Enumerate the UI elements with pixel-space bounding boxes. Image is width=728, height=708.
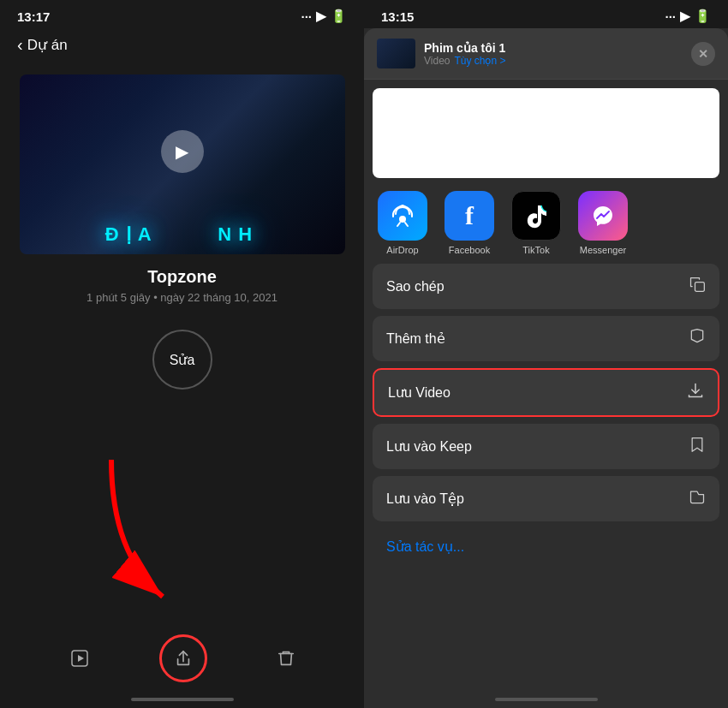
right-status-icons: ··· ▶ 🔋	[665, 9, 711, 24]
tiktok-icon-bg	[511, 191, 561, 241]
sao-chep-label: Sao chép	[386, 279, 445, 295]
facebook-label: Facebook	[449, 245, 490, 255]
share-sheet-header: Phim của tôi 1 Video Tùy chọn > ✕	[364, 28, 728, 80]
video-thumb-small	[377, 39, 415, 68]
menu-item-luu-video[interactable]: Lưu Video	[373, 368, 719, 417]
right-phone-screen: 13:15 ··· ▶ 🔋 Phim của tôi 1 Video Tùy c…	[364, 0, 728, 708]
menu-item-luu-keep[interactable]: Lưu vào Keep	[373, 424, 719, 469]
menu-section-5: Lưu vào Tệp	[373, 476, 719, 521]
edit-actions-link[interactable]: Sửa tác vụ...	[373, 528, 719, 565]
menu-item-luu-tep[interactable]: Lưu vào Tệp	[373, 476, 719, 521]
sao-chep-icon	[689, 276, 706, 297]
back-arrow-icon: ‹	[17, 35, 23, 55]
red-arrow-annotation	[86, 451, 188, 622]
luu-keep-icon	[689, 436, 706, 457]
share-button[interactable]	[159, 634, 207, 682]
app-icon-tiktok[interactable]: TikTok	[506, 191, 566, 255]
right-status-bar: 13:15 ··· ▶ 🔋	[364, 0, 728, 28]
edit-actions-text: Sửa tác vụ...	[386, 539, 464, 554]
video-options-link[interactable]: Tùy chọn >	[454, 55, 505, 67]
svg-line-5	[405, 223, 408, 226]
play-icon[interactable]	[69, 648, 90, 669]
video-type-row: Video Tùy chọn >	[424, 55, 683, 67]
tiktok-label: TikTok	[522, 245, 549, 255]
facebook-icon-bg: f	[445, 191, 494, 241]
left-time: 13:17	[17, 9, 50, 24]
menu-section-3: Lưu Video	[373, 368, 719, 417]
left-status-icons: ··· ▶ 🔋	[301, 9, 347, 24]
back-label: Dự án	[27, 36, 68, 54]
home-indicator-left	[131, 698, 234, 701]
airdrop-label: AirDrop	[386, 245, 418, 255]
video-type-label: Video	[424, 55, 450, 67]
app-icon-airdrop[interactable]: AirDrop	[373, 191, 433, 255]
home-indicator-right	[495, 698, 598, 701]
back-navigation[interactable]: ‹ Dự án	[0, 28, 364, 62]
project-title: Topzone	[17, 267, 347, 287]
video-name: Phim của tôi 1	[424, 41, 683, 55]
right-time: 13:15	[381, 9, 414, 24]
close-button[interactable]: ✕	[691, 42, 715, 66]
menu-item-sao-chep[interactable]: Sao chép	[373, 264, 719, 309]
video-thumbnail[interactable]: ▶ ĐỊA NH	[20, 74, 345, 254]
video-title-overlay: ĐỊA NH	[105, 223, 259, 246]
luu-tep-label: Lưu vào Tệp	[386, 491, 464, 507]
delete-icon[interactable]	[277, 649, 295, 668]
project-info: Topzone 1 phút 5 giây • ngày 22 tháng 10…	[0, 267, 364, 321]
airdrop-icon-bg	[378, 191, 427, 241]
menu-section-1: Sao chép	[373, 264, 719, 309]
menu-list: Sao chép Thêm thẻ	[364, 264, 728, 691]
messenger-icon-bg	[578, 191, 628, 241]
messenger-label: Messenger	[580, 245, 626, 255]
app-icon-messenger[interactable]: Messenger	[573, 191, 633, 255]
edit-label: Sửa	[170, 352, 195, 368]
svg-line-4	[397, 223, 400, 226]
menu-item-them-the[interactable]: Thêm thẻ	[373, 316, 719, 361]
project-meta: 1 phút 5 giây • ngày 22 tháng 10, 2021	[17, 291, 347, 304]
svg-marker-2	[78, 655, 84, 662]
app-icon-facebook[interactable]: f Facebook	[439, 191, 499, 255]
edit-button[interactable]: Sửa	[152, 330, 212, 390]
left-phone-screen: 13:17 ··· ▶ 🔋 ‹ Dự án ▶ ĐỊA NH Topzone 1…	[0, 0, 364, 708]
them-the-icon	[689, 328, 706, 349]
video-info: Phim của tôi 1 Video Tùy chọn >	[424, 41, 683, 67]
share-sheet: Phim của tôi 1 Video Tùy chọn > ✕	[364, 28, 728, 708]
luu-video-label: Lưu Video	[388, 384, 451, 401]
svg-point-3	[399, 216, 406, 223]
menu-section-2: Thêm thẻ	[373, 316, 719, 361]
menu-section-4: Lưu vào Keep	[373, 424, 719, 469]
luu-keep-label: Lưu vào Keep	[386, 438, 472, 455]
them-the-label: Thêm thẻ	[386, 330, 445, 347]
left-status-bar: 13:17 ··· ▶ 🔋	[0, 0, 364, 28]
app-icons-row: AirDrop f Facebook TikTok	[364, 187, 728, 264]
play-button[interactable]: ▶	[161, 130, 204, 173]
bottom-toolbar	[0, 626, 364, 691]
luu-video-icon	[687, 382, 704, 403]
video-preview-area	[373, 88, 719, 178]
svg-rect-7	[695, 283, 705, 292]
luu-tep-icon	[689, 488, 706, 509]
